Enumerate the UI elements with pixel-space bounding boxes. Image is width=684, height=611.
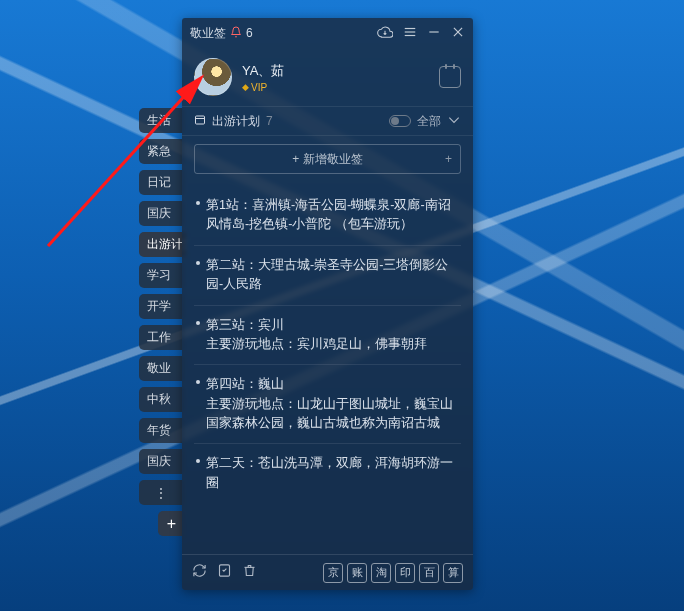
chevron-down-icon[interactable]	[447, 113, 461, 130]
note-item[interactable]: 第二天：苍山洗马潭，双廊，洱海胡环游一圈	[194, 444, 461, 503]
service-button[interactable]: 算	[443, 563, 463, 583]
calendar-icon[interactable]	[439, 66, 461, 88]
service-button[interactable]: 淘	[371, 563, 391, 583]
service-button[interactable]: 印	[395, 563, 415, 583]
side-tab-more[interactable]: ⋮	[139, 480, 183, 505]
close-icon[interactable]	[451, 25, 465, 42]
bell-icon[interactable]	[230, 26, 242, 41]
add-note-input[interactable]: + 新增敬业签 +	[194, 144, 461, 174]
category-name[interactable]: 出游计划	[212, 113, 260, 130]
note-item[interactable]: 第四站：巍山 主要游玩地点：山龙山于图山城址，巍宝山国家森林公园，巍山古城也称为…	[194, 365, 461, 444]
side-tab[interactable]: 出游计划	[139, 232, 186, 257]
task-icon[interactable]	[217, 563, 232, 582]
category-count: 7	[266, 114, 273, 128]
side-tab[interactable]: 国庆	[139, 201, 183, 226]
list-icon	[194, 114, 206, 129]
side-tab[interactable]: 开学	[139, 294, 183, 319]
category-row: 出游计划 7 全部	[182, 106, 473, 136]
side-tab-strip: 生活紧急日记国庆出游计划学习开学工作敬业中秋年货国庆⋮+	[139, 108, 186, 536]
note-item[interactable]: 第1站：喜洲镇-海舌公园-蝴蝶泉-双廊-南诏风情岛-挖色镇-小普陀 （包车游玩）	[194, 186, 461, 246]
notes-list: 第1站：喜洲镇-海舌公园-蝴蝶泉-双廊-南诏风情岛-挖色镇-小普陀 （包车游玩）…	[182, 182, 473, 554]
avatar[interactable]	[194, 58, 232, 96]
refresh-icon[interactable]	[192, 563, 207, 582]
plus-icon[interactable]: +	[445, 152, 452, 166]
side-tab[interactable]: 中秋	[139, 387, 183, 412]
side-tab[interactable]: 生活	[139, 108, 183, 133]
side-tab-add[interactable]: +	[158, 511, 183, 536]
username: YA、茹	[242, 62, 284, 80]
notification-count: 6	[246, 26, 253, 40]
profile-row: YA、茹 ◆ VIP	[182, 48, 473, 106]
title-bar: 敬业签 6	[182, 18, 473, 48]
service-button[interactable]: 百	[419, 563, 439, 583]
menu-icon[interactable]	[403, 25, 417, 42]
svg-rect-6	[196, 116, 205, 124]
side-tab[interactable]: 敬业	[139, 356, 183, 381]
side-tab[interactable]: 年货	[139, 418, 183, 443]
app-window: 敬业签 6 YA、茹 ◆ VIP	[182, 18, 473, 590]
side-tab[interactable]: 日记	[139, 170, 183, 195]
service-button[interactable]: 京	[323, 563, 343, 583]
diamond-icon: ◆	[242, 82, 249, 92]
app-title: 敬业签	[190, 25, 226, 42]
side-tab[interactable]: 紧急	[139, 139, 183, 164]
side-tab[interactable]: 国庆	[139, 449, 183, 474]
bottom-bar: 京账淘印百算	[182, 554, 473, 590]
minimize-icon[interactable]	[427, 25, 441, 42]
add-note-placeholder: + 新增敬业签	[292, 151, 362, 168]
service-button[interactable]: 账	[347, 563, 367, 583]
filter-label[interactable]: 全部	[417, 113, 441, 130]
note-item[interactable]: 第二站：大理古城-崇圣寺公园-三塔倒影公园-人民路	[194, 246, 461, 306]
vip-badge: ◆ VIP	[242, 82, 284, 93]
trash-icon[interactable]	[242, 563, 257, 582]
note-item[interactable]: 第三站：宾川 主要游玩地点：宾川鸡足山，佛事朝拜	[194, 306, 461, 366]
service-buttons: 京账淘印百算	[323, 563, 463, 583]
side-tab[interactable]: 学习	[139, 263, 183, 288]
cloud-sync-icon[interactable]	[377, 24, 393, 43]
toggle-switch[interactable]	[389, 115, 411, 127]
side-tab[interactable]: 工作	[139, 325, 183, 350]
